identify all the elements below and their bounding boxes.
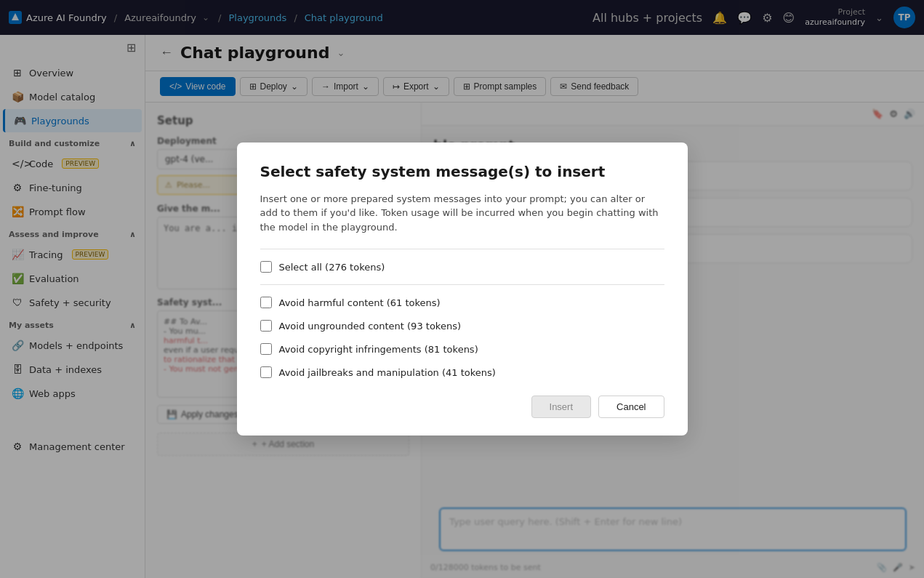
checkbox-ungrounded-label[interactable]: Avoid ungrounded content (93 tokens)	[279, 321, 461, 332]
checkbox-ungrounded[interactable]: Avoid ungrounded content (93 tokens)	[260, 320, 664, 332]
modal-actions: Insert Cancel	[260, 396, 664, 418]
modal-description: Insert one or more prepared system messa…	[260, 192, 664, 235]
checkbox-select-all[interactable]: Select all (276 tokens)	[260, 261, 664, 273]
checkbox-select-all-input[interactable]	[260, 261, 272, 273]
checkbox-harmful-label[interactable]: Avoid harmful content (61 tokens)	[279, 297, 441, 308]
checkbox-copyright-label[interactable]: Avoid copyright infringements (81 tokens…	[279, 344, 478, 355]
cancel-button[interactable]: Cancel	[598, 396, 664, 418]
checkbox-jailbreaks[interactable]: Avoid jailbreaks and manipulation (41 to…	[260, 366, 664, 378]
modal-divider-2	[260, 284, 664, 285]
modal-overlay: Select safety system message(s) to inser…	[0, 0, 924, 578]
checkbox-ungrounded-input[interactable]	[260, 320, 272, 332]
modal-title: Select safety system message(s) to inser…	[260, 163, 664, 180]
checkbox-copyright-input[interactable]	[260, 343, 272, 355]
checkbox-jailbreaks-input[interactable]	[260, 366, 272, 378]
checkbox-harmful-input[interactable]	[260, 297, 272, 308]
checkbox-harmful[interactable]: Avoid harmful content (61 tokens)	[260, 297, 664, 308]
modal: Select safety system message(s) to inser…	[237, 143, 688, 436]
modal-divider	[260, 249, 664, 249]
insert-button[interactable]: Insert	[531, 396, 592, 418]
checkbox-select-all-label[interactable]: Select all (276 tokens)	[279, 262, 385, 273]
checkbox-jailbreaks-label[interactable]: Avoid jailbreaks and manipulation (41 to…	[279, 367, 496, 378]
checkbox-copyright[interactable]: Avoid copyright infringements (81 tokens…	[260, 343, 664, 355]
